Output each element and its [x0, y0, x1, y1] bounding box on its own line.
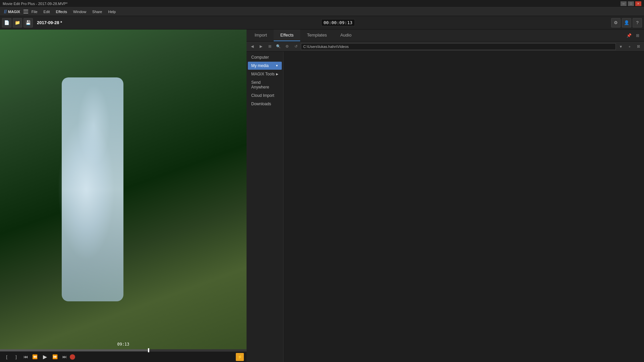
magix-brand: MAGIX	[8, 10, 20, 14]
main-toolbar: 📄 📁 💾 2017-09-28 * 00:00:09:13 ⚙ 👤 ?	[0, 16, 644, 29]
tab-import[interactable]: Import	[248, 29, 274, 41]
toolbar-new-btn[interactable]: 📄	[2, 18, 11, 27]
tab-templates[interactable]: Templates	[300, 29, 333, 41]
waterfall-bg	[0, 29, 247, 349]
panel-icon-grid[interactable]: ⊞	[634, 32, 641, 39]
play-button[interactable]: ▶	[40, 352, 50, 362]
toolbar-save-btn[interactable]: 💾	[23, 18, 33, 27]
water-overlay	[62, 77, 123, 301]
step-fwd-btn[interactable]: ⏩	[51, 353, 59, 361]
path-dropdown-btn[interactable]: ▼	[617, 43, 625, 50]
scrubber-progress	[0, 349, 148, 351]
sidebar-item-computer[interactable]: Computer	[248, 53, 282, 61]
minimize-button[interactable]: ─	[621, 1, 627, 6]
sidebar-item-send-anywhere[interactable]: Send Anywhere	[248, 78, 282, 91]
scrubber-thumb[interactable]	[148, 348, 149, 352]
sidebar-item-downloads[interactable]: Downloads	[248, 100, 282, 108]
nav-fwd-btn[interactable]: ▶	[257, 43, 265, 50]
main-area: 09:13 [ ] ⏮ ⏪ ▶ ⏩ ⏭ ⚡ Import Effects	[0, 29, 644, 362]
menu-item-file[interactable]: File	[29, 9, 40, 14]
path-close-btn[interactable]: ⊠	[635, 43, 642, 50]
panel-tabs: Import Effects Templates Audio 📌 ⊞	[247, 29, 644, 42]
nav-settings-btn[interactable]: ⚙	[283, 43, 291, 50]
toolbar-open-btn[interactable]: 📁	[13, 18, 22, 27]
hamburger-menu[interactable]	[23, 10, 28, 13]
path-add-btn[interactable]: +	[626, 43, 633, 50]
nav-refresh-btn[interactable]: ↺	[292, 43, 300, 50]
close-button[interactable]: ✕	[635, 1, 641, 6]
lightning-button[interactable]: ⚡	[236, 353, 244, 361]
window-controls: ─ □ ✕	[621, 1, 641, 6]
toolbar-extra-btn1[interactable]: ⚙	[611, 18, 621, 27]
menu-item-edit[interactable]: Edit	[41, 9, 53, 14]
panel-icon-pin[interactable]: 📌	[625, 32, 633, 39]
record-button[interactable]	[70, 354, 75, 360]
panel-tab-icons: 📌 ⊞	[625, 29, 644, 41]
step-back-btn[interactable]: ⏪	[31, 353, 39, 361]
menu-bar: // MAGIX File Edit Effects Window Share …	[0, 7, 644, 16]
hamburger-line	[23, 10, 28, 10]
sidebar-item-magix-tools[interactable]: MAGIX Tools ▶	[248, 70, 282, 78]
preview-panel: 09:13 [ ] ⏮ ⏪ ▶ ⏩ ⏭ ⚡	[0, 29, 247, 362]
toolbar-extra-btn2[interactable]: 👤	[622, 18, 631, 27]
tab-effects[interactable]: Effects	[274, 29, 301, 41]
menu-item-help[interactable]: Help	[105, 9, 118, 14]
media-toolbar: ◀ ▶ ⊞ 🔍 ⚙ ↺ C:\Users\lukas.hahn\Videos ▼…	[247, 42, 644, 52]
hamburger-line	[23, 11, 28, 12]
menu-item-effects[interactable]: Effects	[53, 9, 70, 14]
window-title: Movie Edit Pro Plus - 2017-09-28.MVP*	[3, 2, 67, 6]
maximize-button[interactable]: □	[628, 1, 634, 6]
skip-back-btn[interactable]: ⏮	[21, 353, 30, 361]
magix-slash-icon: //	[4, 9, 7, 14]
nav-back-btn[interactable]: ◀	[249, 43, 256, 50]
toolbar-extra-btn3[interactable]: ?	[633, 18, 642, 27]
media-main-area	[283, 52, 644, 362]
project-name: 2017-09-28 *	[37, 20, 62, 25]
menu-item-share[interactable]: Share	[90, 9, 105, 14]
bracket-out-btn[interactable]: ]	[12, 353, 20, 361]
preview-timecode: 09:13	[117, 342, 129, 347]
sidebar-item-my-media[interactable]: My media ▼	[248, 62, 282, 70]
media-sidebar: Computer My media ▼ MAGIX Tools ▶ Send A…	[247, 52, 283, 362]
bracket-in-btn[interactable]: [	[3, 353, 11, 361]
tab-audio[interactable]: Audio	[334, 29, 358, 41]
preview-controls-bar: [ ] ⏮ ⏪ ▶ ⏩ ⏭ ⚡	[0, 351, 247, 362]
hamburger-line	[23, 13, 28, 13]
tab-spacer	[358, 29, 625, 41]
nav-grid-btn[interactable]: ⊞	[266, 43, 273, 50]
nav-search-btn[interactable]: 🔍	[275, 43, 282, 50]
sidebar-item-cloud-import[interactable]: Cloud Import	[248, 92, 282, 100]
skip-fwd-btn[interactable]: ⏭	[60, 353, 68, 361]
media-content: Computer My media ▼ MAGIX Tools ▶ Send A…	[247, 52, 644, 362]
scrubber-bar[interactable]	[0, 349, 247, 351]
magix-logo: // MAGIX	[1, 9, 23, 14]
path-bar[interactable]: C:\Users\lukas.hahn\Videos	[301, 43, 616, 50]
title-bar: Movie Edit Pro Plus - 2017-09-28.MVP* ─ …	[0, 0, 644, 7]
menu-item-window[interactable]: Window	[70, 9, 89, 14]
right-panel: Import Effects Templates Audio 📌 ⊞ ◀ ▶ ⊞…	[247, 29, 644, 362]
video-preview: 09:13	[0, 29, 247, 349]
timecode-display: 00:00:09:13	[321, 19, 355, 26]
